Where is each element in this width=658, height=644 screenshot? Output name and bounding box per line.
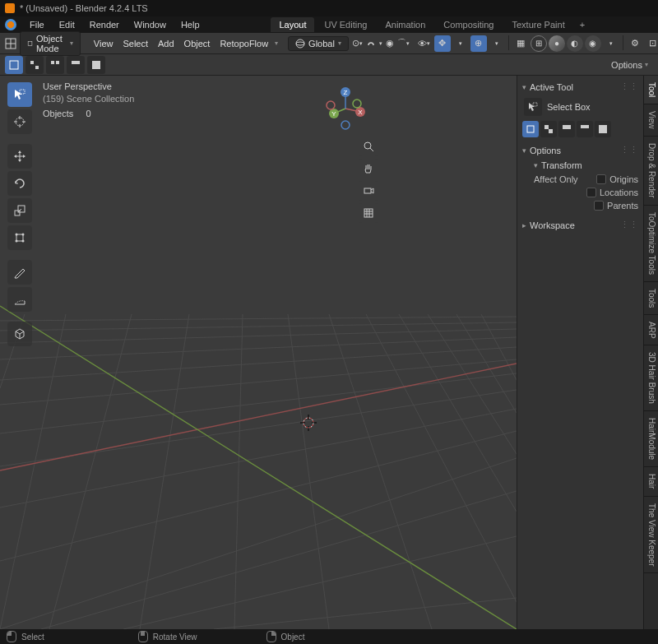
select-mode-3[interactable] xyxy=(46,56,64,74)
pivot-dropdown[interactable]: ⊙▾ xyxy=(352,35,363,52)
snap-toggle[interactable] xyxy=(366,35,376,52)
overlay-dropdown[interactable]: ▾ xyxy=(489,35,505,52)
vtab-tool[interactable]: Tool xyxy=(644,76,658,104)
xray-toggle[interactable]: ▦ xyxy=(512,35,529,52)
selmode-new[interactable] xyxy=(522,121,539,137)
vtab-hairmodule[interactable]: HairModule xyxy=(644,411,658,467)
options-dropdown[interactable]: Options▾ xyxy=(606,58,653,72)
mode-label: Object Mode xyxy=(36,34,67,53)
svg-rect-82 xyxy=(533,103,537,106)
gizmo-toggle[interactable]: ✥ xyxy=(434,35,451,52)
3d-viewport[interactable]: User Perspective (159) Scene Collection … xyxy=(0,76,517,629)
svg-point-4 xyxy=(296,39,304,48)
section-options[interactable]: ▾ Options ⋮⋮ xyxy=(522,142,638,158)
vtab-view[interactable]: View xyxy=(644,104,658,137)
mode-dropdown[interactable]: Object Mode ▾ xyxy=(20,31,81,56)
svg-text:Z: Z xyxy=(344,89,348,96)
window-title: * (Unsaved) - Blender 4.2.4 LTS xyxy=(20,3,148,13)
select-mode-1[interactable] xyxy=(5,56,23,74)
perspective-toggle-button[interactable] xyxy=(359,203,378,223)
menu-edit[interactable]: Edit xyxy=(53,18,81,31)
checkbox-origins[interactable] xyxy=(596,174,606,184)
selmode-extend[interactable] xyxy=(540,121,557,137)
selection-mode-bar: Options▾ xyxy=(0,54,658,76)
header-menu-view[interactable]: View xyxy=(90,39,117,49)
header-menu-select[interactable]: Select xyxy=(119,39,151,49)
menu-render[interactable]: Render xyxy=(83,18,126,31)
shading-dropdown[interactable]: ▾ xyxy=(603,35,619,52)
tool-add-cube[interactable] xyxy=(7,322,32,346)
tool-select-box[interactable] xyxy=(7,82,32,107)
select-mode-4[interactable] xyxy=(67,56,85,74)
tool-rotate[interactable] xyxy=(7,171,32,196)
blender-app-icon xyxy=(5,3,15,13)
select-mode-5[interactable] xyxy=(87,56,105,74)
svg-rect-76 xyxy=(364,188,371,193)
selmode-intersect[interactable] xyxy=(595,121,611,137)
selmode-subtract[interactable] xyxy=(558,121,575,137)
vtab-tooptimize[interactable]: ToOptimize Tools xyxy=(644,206,658,282)
shading-material[interactable]: ◐ xyxy=(567,35,583,52)
workspace-tab-uv[interactable]: UV Editing xyxy=(316,17,375,32)
tool-cursor[interactable] xyxy=(7,109,32,134)
vtab-viewkeeper[interactable]: The View Keeper xyxy=(644,497,658,574)
selmode-invert[interactable] xyxy=(577,121,593,137)
hint-object: Object xyxy=(266,631,305,642)
shading-rendered[interactable]: ◉ xyxy=(585,35,601,52)
shading-wireframe[interactable]: ⊞ xyxy=(531,35,547,52)
menu-help[interactable]: Help xyxy=(174,18,206,31)
header-menu-add[interactable]: Add xyxy=(155,39,178,49)
vtab-hair[interactable]: Hair xyxy=(644,467,658,496)
pan-button[interactable] xyxy=(359,159,378,178)
globe-icon xyxy=(295,39,305,49)
vtab-arp[interactable]: ARP xyxy=(644,315,658,346)
proportional-toggle[interactable]: ◉ xyxy=(386,35,394,52)
header-menu-retopoflow[interactable]: RetopoFlow xyxy=(216,39,271,49)
header-more-icon[interactable]: ⊡ xyxy=(645,35,658,52)
checkbox-locations[interactable] xyxy=(586,188,596,197)
tool-scale[interactable] xyxy=(7,198,32,223)
add-workspace-button[interactable]: + xyxy=(575,18,590,31)
svg-point-74 xyxy=(364,142,371,149)
shading-solid[interactable]: ● xyxy=(549,35,565,52)
vtab-drop-render[interactable]: Drop & Render xyxy=(644,137,658,206)
checkbox-parents[interactable] xyxy=(594,201,604,211)
orientation-dropdown[interactable]: Global ▾ xyxy=(288,36,349,51)
zoom-button[interactable] xyxy=(359,137,378,156)
section-transform[interactable]: ▾ Transform xyxy=(534,158,638,173)
workspace-tab-compositing[interactable]: Compositing xyxy=(435,17,502,32)
drag-dots-icon[interactable]: ⋮⋮ xyxy=(620,145,638,155)
svg-rect-85 xyxy=(549,129,553,133)
tool-move[interactable] xyxy=(7,144,32,169)
section-workspace[interactable]: ▸ Workspace ⋮⋮ xyxy=(522,217,638,233)
blender-logo-icon[interactable] xyxy=(5,19,16,30)
section-active-tool[interactable]: ▾ Active Tool ⋮⋮ xyxy=(522,79,638,95)
svg-rect-7 xyxy=(30,61,34,64)
vtab-tools[interactable]: Tools xyxy=(644,282,658,315)
drag-dots-icon[interactable]: ⋮⋮ xyxy=(620,220,638,230)
visibility-dropdown[interactable]: 👁▾ xyxy=(416,35,433,52)
gizmo-dropdown[interactable]: ▾ xyxy=(452,35,469,52)
editor-type-icon[interactable] xyxy=(5,35,16,52)
orientation-label: Global xyxy=(308,39,335,49)
svg-point-69 xyxy=(353,100,361,108)
snap-dropdown[interactable]: ▾ xyxy=(379,35,382,52)
overlay-toggle[interactable]: ⊕ xyxy=(470,35,487,52)
workspace-tab-texturepaint[interactable]: Texture Paint xyxy=(503,17,572,32)
vtab-3dhairbrush[interactable]: 3D Hair Brush xyxy=(644,345,658,411)
menu-window[interactable]: Window xyxy=(127,18,173,31)
drag-dots-icon[interactable]: ⋮⋮ xyxy=(620,81,638,92)
tool-measure[interactable] xyxy=(7,287,32,312)
workspace-tab-animation[interactable]: Animation xyxy=(377,17,433,32)
camera-view-button[interactable] xyxy=(359,181,378,201)
select-mode-2[interactable] xyxy=(25,56,44,74)
header-menu-object[interactable]: Object xyxy=(181,39,214,49)
axis-gizmo[interactable]: X Y Z xyxy=(321,84,370,133)
menu-file[interactable]: File xyxy=(23,18,51,31)
proportional-dropdown[interactable]: ⌒▾ xyxy=(397,35,410,52)
svg-text:X: X xyxy=(358,109,363,116)
header-gear-icon[interactable]: ⚙ xyxy=(627,35,643,52)
tool-transform[interactable] xyxy=(7,225,32,250)
workspace-tab-layout[interactable]: Layout xyxy=(271,17,314,32)
tool-annotate[interactable] xyxy=(7,260,32,285)
